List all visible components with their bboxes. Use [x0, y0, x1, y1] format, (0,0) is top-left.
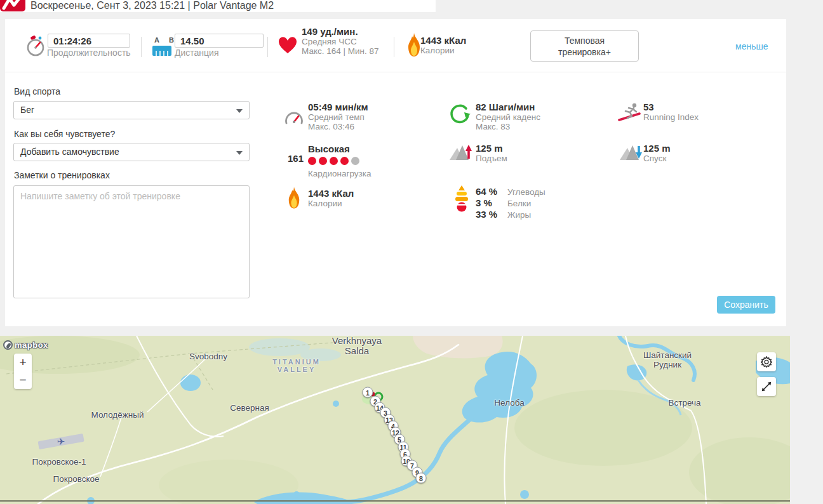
sport-profile-button[interactable]: Темповая тренировка+ [530, 30, 639, 62]
max-cadence: Макс. 83 [476, 122, 540, 131]
descent-icon [620, 143, 643, 161]
calories-value: 1443 кКал [420, 35, 466, 46]
polar-flow-page: Воскресенье, Сент 3, 2023 15:21 | Polar … [0, 0, 823, 504]
duration-input[interactable] [48, 34, 130, 48]
training-summary-panel: Продолжительность А В Дистанция 149 уд./… [5, 19, 786, 326]
route-km-marker[interactable]: 1 [363, 387, 373, 398]
airport-icon: ✈ [57, 436, 65, 448]
map-fullscreen-button[interactable] [757, 377, 776, 396]
map-place-label: Verkhnyaya Salda [332, 336, 382, 356]
calories2-label: Калории [308, 199, 354, 208]
descent-value: 125 m [643, 143, 671, 154]
route-map[interactable]: ✈ Verkhnyaya SaldaSvobodnyTITANIUM VALLE… [0, 336, 790, 504]
zoom-in-button[interactable]: + [14, 354, 32, 371]
gear-icon [761, 356, 772, 368]
heart-icon [278, 36, 298, 55]
zoom-out-button[interactable]: − [14, 371, 32, 389]
protein-label: Белки [507, 199, 531, 208]
avg-cadence-label: Средний каденс [476, 112, 540, 122]
mapbox-logo[interactable]: mapbox [3, 340, 48, 350]
fuel-icon [455, 185, 469, 212]
sport-select[interactable]: Бег [13, 101, 250, 119]
cardio-dot-filled [330, 157, 338, 165]
mapbox-icon [3, 340, 13, 350]
flame-icon [406, 33, 422, 57]
divider [394, 37, 394, 57]
mapbox-wordmark: mapbox [15, 340, 48, 350]
avg-hr-label: Средняя ЧСС [302, 37, 382, 46]
ascent-icon [450, 143, 472, 161]
distance-marker-a: А [154, 36, 159, 44]
ascent-value: 125 m [476, 143, 507, 154]
avg-hr-value: 149 уд./мин. [302, 26, 382, 37]
avg-pace-value: 05:49 мин/км [308, 102, 368, 112]
cardio-load-value: 161 [281, 153, 304, 164]
map-place-label: Svobodny [189, 352, 227, 362]
map-place-label: Молодёжный [91, 411, 144, 420]
divider [141, 37, 142, 57]
collapse-link[interactable]: меньше [735, 41, 768, 51]
hr-minmax: Макс. 164 | Мин. 87 [302, 46, 382, 56]
cardio-dot-filled [340, 157, 349, 165]
feeling-select[interactable]: Добавить самочувствие [13, 143, 250, 161]
cardio-load-dots [308, 156, 371, 168]
map-place-label: Нелоба [494, 399, 524, 408]
cardio-dot-empty [351, 157, 359, 165]
fat-pct: 33 % [476, 209, 502, 220]
fat-label: Жиры [507, 210, 531, 220]
feeling-label: Как вы себя чувствуете? [14, 129, 115, 139]
ruler-icon [152, 46, 171, 56]
pace-gauge-icon [284, 110, 304, 124]
polar-logo-glyph [0, 0, 25, 11]
protein-pct: 3 % [476, 197, 502, 208]
map-place-label: Встреча [668, 399, 700, 408]
route-km-marker[interactable]: 8 [416, 473, 427, 484]
chevron-down-icon [236, 151, 243, 155]
chevron-down-icon [236, 109, 243, 113]
sport-type-label: Вид спорта [14, 86, 60, 96]
cadence-icon [448, 104, 471, 126]
sport-select-value: Бег [20, 105, 34, 115]
cardio-dot-filled [308, 157, 316, 165]
notes-textarea[interactable] [13, 185, 250, 298]
distance-input[interactable] [175, 34, 264, 48]
avg-pace-label: Средний темп [308, 112, 368, 122]
save-button[interactable]: Сохранить [717, 296, 775, 314]
map-place-label: TITANIUM VALLEY [272, 359, 321, 374]
cardio-load-level: Высокая [308, 143, 371, 154]
map-place-label: Покровское-1 [32, 458, 86, 467]
distance-marker-b: В [169, 36, 174, 44]
top-date-bar: Воскресенье, Сент 3, 2023 15:21 | Polar … [0, 0, 436, 12]
ascent-label: Подъем [476, 154, 507, 163]
cardio-load-label: Кардионагрузка [308, 169, 371, 178]
cardio-dot-filled [319, 157, 327, 165]
map-settings-button[interactable] [757, 352, 776, 371]
feeling-select-value: Добавить самочувствие [20, 147, 119, 157]
carbs-pct: 64 % [476, 186, 502, 197]
descent-label: Спуск [643, 154, 671, 163]
notes-label: Заметки о тренировках [14, 170, 110, 180]
running-index-label: Running Index [643, 112, 699, 122]
max-pace: Макс. 03:46 [308, 122, 368, 131]
section-divider [5, 72, 786, 72]
avg-cadence-value: 82 Шаги/мин [476, 102, 540, 112]
calories2-value: 1443 кКал [308, 188, 354, 199]
running-index-icon [618, 103, 642, 122]
map-zoom-control: + − [14, 354, 32, 389]
polar-logo-icon[interactable] [0, 0, 25, 11]
running-index-value: 53 [643, 102, 699, 112]
calories-label: Калории [420, 46, 466, 55]
map-place-label: Северная [230, 404, 269, 413]
stopwatch-icon [25, 34, 46, 57]
map-place-label: Покровское [53, 475, 100, 484]
divider [267, 37, 268, 57]
map-place-label: Шайтанский Рудник [643, 351, 692, 369]
duration-label: Продолжительность [47, 48, 131, 58]
distance-label: Дистанция [175, 48, 219, 58]
carbs-label: Углеводы [507, 187, 545, 197]
expand-arrows-icon [761, 381, 772, 392]
session-date-device: Воскресенье, Сент 3, 2023 15:21 | Polar … [30, 0, 274, 12]
flame-icon [287, 187, 301, 209]
